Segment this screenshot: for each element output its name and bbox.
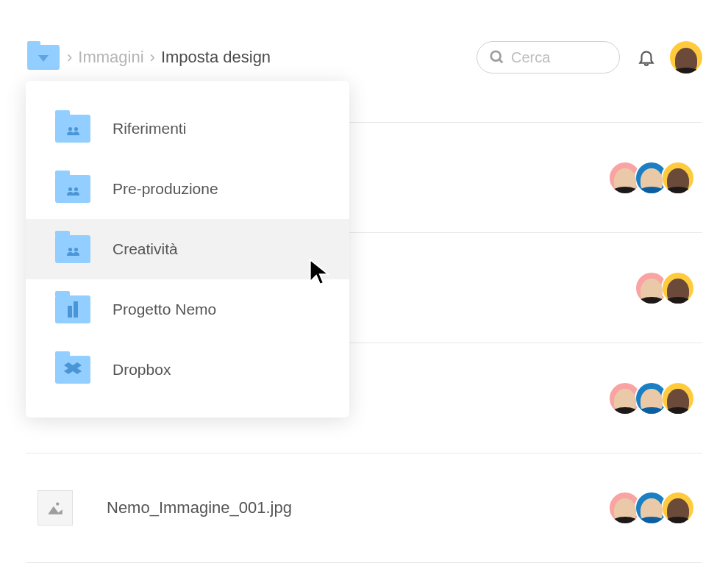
image-file-icon <box>38 490 73 526</box>
avatar-image <box>675 48 698 74</box>
notifications-button[interactable] <box>635 46 658 69</box>
svg-point-0 <box>491 51 501 61</box>
folder-dropdown-menu: Riferimenti Pre-produzione Creatività Pr… <box>26 81 349 417</box>
folder-icon <box>27 45 60 70</box>
member-avatar[interactable] <box>661 271 695 305</box>
dropdown-item-label: Riferimenti <box>113 120 186 137</box>
chevron-down-icon <box>38 55 49 62</box>
user-avatar[interactable] <box>670 41 702 74</box>
breadcrumb-item[interactable]: Immagini <box>78 48 143 67</box>
member-avatars <box>615 491 695 525</box>
dropdown-item-label: Creatività <box>113 240 178 258</box>
shared-folder-icon <box>55 115 90 143</box>
shared-folder-icon <box>55 175 90 203</box>
member-avatar[interactable] <box>661 161 695 195</box>
search-input[interactable] <box>511 49 607 66</box>
breadcrumb: › Immagini › Imposta design <box>26 43 271 72</box>
file-name: Nemo_Immagine_001.jpg <box>107 498 292 517</box>
svg-line-1 <box>499 60 503 63</box>
member-avatar[interactable] <box>661 491 695 525</box>
dropdown-item-label: Pre-produzione <box>113 180 218 198</box>
breadcrumb-current: Imposta design <box>161 48 271 67</box>
svg-point-2 <box>56 502 59 505</box>
dropdown-item-creativita[interactable]: Creatività <box>26 219 349 279</box>
dropbox-folder-icon <box>55 356 90 384</box>
breadcrumb-separator: › <box>67 48 72 67</box>
building-folder-icon <box>55 295 90 323</box>
search-box[interactable] <box>477 41 620 74</box>
dropdown-item-pre-produzione[interactable]: Pre-produzione <box>26 159 349 219</box>
bell-icon <box>637 48 656 67</box>
folder-dropdown-trigger[interactable] <box>26 43 61 72</box>
member-avatars <box>642 271 695 305</box>
dropdown-item-progetto-nemo[interactable]: Progetto Nemo <box>26 279 349 340</box>
file-row[interactable]: Nemo_Immagine_001.jpg <box>26 453 702 563</box>
dropdown-item-label: Progetto Nemo <box>113 301 216 318</box>
member-avatars <box>615 381 695 415</box>
breadcrumb-separator: › <box>150 48 155 67</box>
member-avatar[interactable] <box>661 381 695 415</box>
dropdown-item-label: Dropbox <box>113 361 171 379</box>
member-avatars <box>615 161 695 195</box>
search-icon <box>489 49 505 65</box>
topbar: › Immagini › Imposta design <box>26 37 702 78</box>
dropdown-item-dropbox[interactable]: Dropbox <box>26 340 349 400</box>
dropdown-item-riferimenti[interactable]: Riferimenti <box>26 98 349 159</box>
shared-folder-icon <box>55 235 90 263</box>
